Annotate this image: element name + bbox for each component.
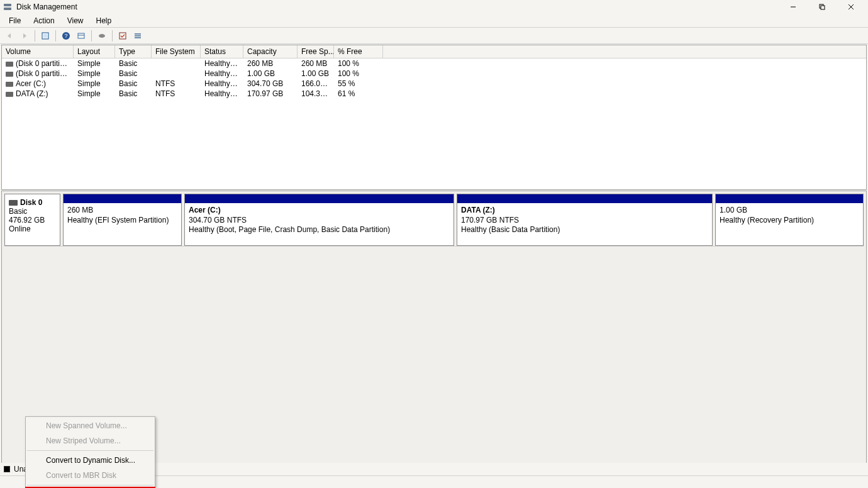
partition-body: 260 MBHealthy (EFI System Partition) bbox=[64, 203, 181, 245]
forward-button[interactable] bbox=[18, 29, 31, 43]
partition[interactable]: 1.00 GBHealthy (Recovery Partition) bbox=[715, 194, 864, 246]
volume-row[interactable]: DATA (Z:)SimpleBasicNTFSHealthy (B...170… bbox=[2, 89, 866, 99]
svg-rect-16 bbox=[135, 35, 141, 36]
svg-rect-1 bbox=[4, 8, 11, 10]
rescan-button[interactable] bbox=[116, 29, 130, 43]
volume-cell: Healthy (E... bbox=[201, 59, 243, 68]
partition-name: Acer (C:) bbox=[189, 206, 450, 216]
menu-file[interactable]: File bbox=[3, 15, 27, 26]
volume-cell: DATA (Z:) bbox=[2, 89, 74, 98]
window-buttons bbox=[779, 0, 865, 14]
partition-desc: Healthy (Basic Data Partition) bbox=[461, 225, 708, 235]
volume-list-pane: Volume Layout Type File System Status Ca… bbox=[1, 45, 867, 190]
volume-cell: Simple bbox=[74, 79, 115, 88]
partition-body: Acer (C:)304.70 GB NTFSHealthy (Boot, Pa… bbox=[185, 203, 453, 245]
volume-cell: Healthy (B... bbox=[201, 79, 243, 88]
volume-cell: Basic bbox=[115, 59, 152, 68]
disk-icon bbox=[9, 200, 18, 206]
action-button[interactable] bbox=[95, 29, 109, 43]
titlebar: Disk Management bbox=[0, 0, 868, 14]
volume-row[interactable]: (Disk 0 partition 5)SimpleBasicHealthy (… bbox=[2, 69, 866, 79]
volume-cell: Simple bbox=[74, 89, 115, 98]
partition-stripe bbox=[716, 194, 863, 203]
volume-cell: Basic bbox=[115, 79, 152, 88]
volume-cell: Simple bbox=[74, 69, 115, 78]
partition-size: 170.97 GB NTFS bbox=[461, 216, 708, 226]
volume-cell: 61 % bbox=[334, 89, 383, 98]
disk-status: Online bbox=[9, 225, 56, 233]
ctx-new-spanned: New Spanned Volume... bbox=[26, 418, 155, 433]
volume-cell: 104.31 GB bbox=[298, 89, 334, 98]
partition-size: 304.70 GB NTFS bbox=[189, 216, 450, 226]
disk-row: Disk 0 Basic 476.92 GB Online 260 MBHeal… bbox=[4, 194, 864, 247]
menu-help[interactable]: Help bbox=[90, 15, 118, 26]
col-type[interactable]: Type bbox=[115, 45, 152, 58]
partition-name: DATA (Z:) bbox=[461, 206, 708, 216]
partition[interactable]: Acer (C:)304.70 GB NTFSHealthy (Boot, Pa… bbox=[184, 194, 454, 246]
volume-cell: 1.00 GB bbox=[243, 69, 298, 78]
context-menu: New Spanned Volume... New Striped Volume… bbox=[25, 416, 155, 488]
ctx-new-striped: New Striped Volume... bbox=[26, 433, 155, 448]
volume-row[interactable]: Acer (C:)SimpleBasicNTFSHealthy (B...304… bbox=[2, 79, 866, 89]
maximize-button[interactable] bbox=[808, 0, 837, 14]
volume-list-header: Volume Layout Type File System Status Ca… bbox=[2, 45, 866, 58]
back-button[interactable] bbox=[3, 29, 16, 43]
disk-size: 476.92 GB bbox=[9, 216, 56, 225]
col-layout[interactable]: Layout bbox=[74, 45, 115, 58]
volume-cell: 170.97 GB bbox=[243, 89, 298, 98]
menu-view[interactable]: View bbox=[61, 15, 90, 26]
volume-list-body[interactable]: (Disk 0 partition 1)SimpleBasicHealthy (… bbox=[2, 58, 866, 189]
svg-rect-11 bbox=[78, 33, 84, 38]
col-pctfree[interactable]: % Free bbox=[334, 45, 383, 58]
volume-cell: Basic bbox=[115, 69, 152, 78]
volume-row[interactable]: (Disk 0 partition 1)SimpleBasicHealthy (… bbox=[2, 58, 866, 69]
list-button[interactable] bbox=[131, 29, 145, 43]
volume-cell: NTFS bbox=[152, 79, 201, 88]
volume-cell: 100 % bbox=[334, 59, 383, 68]
partition-size: 1.00 GB bbox=[720, 206, 859, 216]
refresh-button[interactable] bbox=[38, 29, 52, 43]
graphical-pane: Disk 0 Basic 476.92 GB Online 260 MBHeal… bbox=[1, 191, 867, 465]
col-capacity[interactable]: Capacity bbox=[243, 45, 298, 58]
menu-action[interactable]: Action bbox=[27, 15, 60, 26]
volume-cell: Healthy (R... bbox=[201, 69, 243, 78]
col-volume[interactable]: Volume bbox=[2, 45, 74, 58]
col-status[interactable]: Status bbox=[201, 45, 243, 58]
partition[interactable]: DATA (Z:)170.97 GB NTFSHealthy (Basic Da… bbox=[457, 194, 713, 246]
partition-stripe bbox=[64, 194, 181, 203]
volume-cell: Simple bbox=[74, 59, 115, 68]
disk-type: Basic bbox=[9, 207, 56, 216]
minimize-button[interactable] bbox=[779, 0, 808, 14]
partition-desc: Healthy (EFI System Partition) bbox=[67, 216, 177, 226]
partition-body: DATA (Z:)170.97 GB NTFSHealthy (Basic Da… bbox=[457, 203, 712, 245]
partitions-container: 260 MBHealthy (EFI System Partition)Acer… bbox=[63, 194, 864, 246]
settings-button[interactable] bbox=[74, 29, 88, 43]
volume-cell: (Disk 0 partition 1) bbox=[2, 59, 74, 68]
partition-body: 1.00 GBHealthy (Recovery Partition) bbox=[716, 203, 863, 245]
menubar: File Action View Help bbox=[0, 14, 868, 28]
volume-cell: 1.00 GB bbox=[298, 69, 334, 78]
help-button[interactable]: ? bbox=[59, 29, 73, 43]
swatch-unallocated bbox=[4, 466, 10, 472]
ctx-convert-dynamic[interactable]: Convert to Dynamic Disk... bbox=[26, 453, 155, 468]
svg-rect-8 bbox=[43, 34, 47, 38]
close-button[interactable] bbox=[837, 0, 865, 14]
svg-rect-15 bbox=[135, 33, 141, 35]
partition-size: 260 MB bbox=[67, 206, 177, 216]
col-freespace[interactable]: Free Sp... bbox=[298, 45, 334, 58]
svg-rect-17 bbox=[135, 37, 141, 38]
window-title: Disk Management bbox=[16, 3, 77, 11]
volume-cell: (Disk 0 partition 5) bbox=[2, 69, 74, 78]
volume-cell: 55 % bbox=[334, 79, 383, 88]
partition[interactable]: 260 MBHealthy (EFI System Partition) bbox=[63, 194, 182, 246]
partition-desc: Healthy (Boot, Page File, Crash Dump, Ba… bbox=[189, 225, 450, 235]
svg-rect-4 bbox=[821, 6, 825, 9]
svg-rect-0 bbox=[4, 4, 11, 6]
volume-cell: 260 MB bbox=[298, 59, 334, 68]
disk-label[interactable]: Disk 0 Basic 476.92 GB Online bbox=[4, 194, 60, 246]
svg-point-13 bbox=[99, 34, 105, 38]
toolbar: ? bbox=[0, 28, 868, 44]
col-filesystem[interactable]: File System bbox=[152, 45, 201, 58]
ctx-convert-mbr: Convert to MBR Disk bbox=[26, 468, 155, 483]
volume-cell: 166.08 GB bbox=[298, 79, 334, 88]
